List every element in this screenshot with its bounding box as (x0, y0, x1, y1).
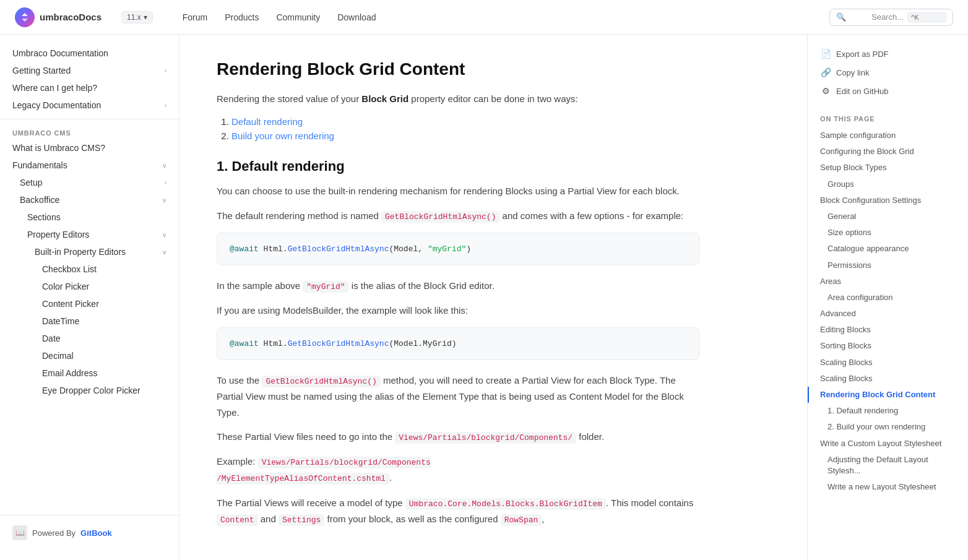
sidebar-item-eye-dropper[interactable]: Eye Dropper Color Picker (0, 382, 179, 399)
folder-path-code: Views/Partials/blockgrid/Components/ (395, 432, 576, 444)
sidebar-section-label: UMBRACO CMS (0, 124, 179, 139)
right-sidebar: 📄 Export as PDF 🔗 Copy link ⚙ Edit on Gi… (807, 35, 968, 560)
code-fn-2: GetBlockGridHtmlAsync (288, 339, 389, 348)
sidebar-item-what-is-umbraco[interactable]: What is Umbraco CMS? (0, 139, 179, 157)
method-inline-code: GetBlockGridHtmlAsync() (262, 376, 380, 387)
chevron-right-icon: › (165, 102, 166, 109)
chevron-down-icon: ▾ (144, 13, 147, 22)
toc-catalogue-appearance[interactable]: Catalogue appearance (808, 241, 968, 257)
top-nav: umbracoDocs 11.x ▾ Forum Products Commun… (0, 0, 968, 35)
paragraph-3: In the sample above "myGrid" is the alia… (217, 278, 699, 294)
sidebar-item-backoffice[interactable]: Backoffice ∨ (0, 191, 179, 209)
toc-sample-config[interactable]: Sample configuration (808, 127, 968, 144)
sidebar-item-getting-started[interactable]: Getting Started › (0, 62, 179, 79)
sidebar-item-builtin-property-editors[interactable]: Built-in Property Editors ∨ (0, 243, 179, 261)
default-rendering-link[interactable]: Default rendering (231, 116, 303, 127)
sidebar-item-checkbox-list[interactable]: Checkbox List (0, 261, 179, 278)
toc-rendering-block-grid[interactable]: Rendering Block Grid Content (808, 387, 968, 403)
sidebar-item-setup[interactable]: Setup › (0, 174, 179, 191)
sidebar-item-umbraco-docs[interactable]: Umbraco Documentation (0, 45, 179, 62)
search-container: 🔍 Search... ^K (829, 9, 953, 26)
chevron-right-icon: › (165, 179, 166, 186)
search-shortcut: ^K (907, 12, 946, 22)
left-sidebar: Umbraco Documentation Getting Started › … (0, 35, 179, 560)
chevron-down-icon: ∨ (162, 231, 166, 238)
toc-write-new-layout[interactable]: Write a new Layout Stylesheet (808, 479, 968, 495)
copy-link-action[interactable]: 🔗 Copy link (820, 66, 956, 79)
toc-block-config-settings[interactable]: Block Configuration Settings (808, 192, 968, 209)
toc-sorting-blocks[interactable]: Sorting Blocks (808, 338, 968, 354)
sidebar-item-datetime[interactable]: DateTime (0, 312, 179, 330)
edit-github-action[interactable]: ⚙ Edit on GitHub (820, 84, 956, 98)
chevron-right-icon: › (165, 67, 166, 74)
toc-adjusting-layout[interactable]: Adjusting the Default Layout Stylesh... (808, 452, 968, 479)
search-box[interactable]: 🔍 Search... ^K (829, 9, 953, 26)
sidebar-top-items: Umbraco Documentation Getting Started › … (0, 45, 179, 114)
gitbook-logo: 📖 (12, 525, 27, 540)
toc-general[interactable]: General (808, 209, 968, 225)
nav-link-download[interactable]: Download (337, 12, 376, 22)
sidebar-item-date[interactable]: Date (0, 330, 179, 347)
sidebar-item-color-picker[interactable]: Color Picker (0, 278, 179, 295)
nav-link-community[interactable]: Community (276, 12, 320, 22)
chevron-down-icon: ∨ (162, 197, 166, 204)
paragraph-6: These Partial View files need to go into… (217, 429, 699, 445)
code-string: "myGrid" (428, 244, 466, 254)
toc-advanced[interactable]: Advanced (808, 306, 968, 322)
main-layout: Umbraco Documentation Getting Started › … (0, 35, 968, 560)
code-block-2: @await Html.GetBlockGridHtmlAsync(Model.… (217, 327, 699, 361)
toc-scaling-blocks-1[interactable]: Scaling Blocks (808, 355, 968, 371)
paragraph-4: If you are using ModelsBuilder, the exam… (217, 303, 699, 319)
toc-area-config[interactable]: Area configuration (808, 290, 968, 306)
content-inner: Rendering Block Grid Content Rendering t… (217, 59, 699, 527)
nav-link-products[interactable]: Products (225, 12, 259, 22)
sidebar-item-fundamentals[interactable]: Fundamentals ∨ (0, 157, 179, 174)
sidebar-item-email-address[interactable]: Email Address (0, 364, 179, 382)
rowspan-code: RowSpan (501, 514, 542, 526)
copy-link-label: Copy link (836, 68, 869, 77)
sidebar-item-content-picker[interactable]: Content Picker (0, 295, 179, 312)
export-pdf-action[interactable]: 📄 Export as PDF (820, 47, 956, 61)
toc-scaling-blocks-2[interactable]: Scaling Blocks (808, 371, 968, 387)
toc-configuring-block-grid[interactable]: Configuring the Block Grid (808, 144, 968, 160)
paragraph-8: The Partial Views will receive a model o… (217, 495, 699, 527)
gitbook-link[interactable]: GitBook (80, 528, 112, 538)
logo[interactable]: umbracoDocs (15, 7, 102, 27)
sidebar-item-where-help[interactable]: Where can I get help? (0, 79, 179, 97)
paragraph-2: The default rendering method is named Ge… (217, 208, 699, 224)
toc-setup-block-types[interactable]: Setup Block Types (808, 160, 968, 176)
sidebar-item-decimal[interactable]: Decimal (0, 347, 179, 364)
build-own-rendering-link[interactable]: Build your own rendering (231, 131, 334, 141)
toc-areas[interactable]: Areas (808, 274, 968, 290)
settings-code: Settings (279, 514, 324, 526)
page-title: Rendering Block Grid Content (217, 59, 699, 79)
toc-editing-blocks[interactable]: Editing Blocks (808, 322, 968, 338)
version-badge[interactable]: 11.x ▾ (121, 11, 153, 24)
toc-write-custom-layout[interactable]: Write a Custom Layout Stylesheet (808, 436, 968, 452)
chevron-down-icon: ∨ (162, 249, 166, 256)
nav-link-forum[interactable]: Forum (183, 12, 207, 22)
intro-list: Default rendering Build your own renderi… (231, 116, 699, 141)
search-icon: 🔍 (836, 12, 868, 22)
pdf-icon: 📄 (820, 48, 831, 59)
edit-github-label: Edit on GitHub (836, 87, 889, 96)
toc-permissions[interactable]: Permissions (808, 257, 968, 274)
method-name-code: GetBlockGridHtmlAsync() (381, 211, 499, 223)
paragraph-7: Example: Views/Partials/blockgrid/Compon… (217, 454, 699, 486)
brand-name: umbracoDocs (40, 12, 102, 22)
sidebar-actions: 📄 Export as PDF 🔗 Copy link ⚙ Edit on Gi… (808, 47, 968, 108)
search-placeholder: Search... (871, 12, 904, 22)
toc-size-options[interactable]: Size options (808, 225, 968, 241)
lead-paragraph: Rendering the stored value of your Block… (217, 92, 699, 106)
main-content: Rendering Block Grid Content Rendering t… (179, 35, 807, 560)
toc-build-own-rendering[interactable]: 2. Build your own rendering (808, 419, 968, 435)
nav-links: Forum Products Community Download (183, 12, 376, 22)
sidebar-item-legacy[interactable]: Legacy Documentation › (0, 97, 179, 114)
powered-by-text: Powered By (32, 528, 76, 538)
code-keyword-2: @await (230, 339, 259, 348)
toc-groups[interactable]: Groups (808, 176, 968, 192)
toc-default-rendering[interactable]: 1. Default rendering (808, 403, 968, 419)
link-icon: 🔗 (820, 67, 831, 78)
sidebar-item-property-editors[interactable]: Property Editors ∨ (0, 226, 179, 243)
sidebar-item-sections[interactable]: Sections (0, 209, 179, 226)
